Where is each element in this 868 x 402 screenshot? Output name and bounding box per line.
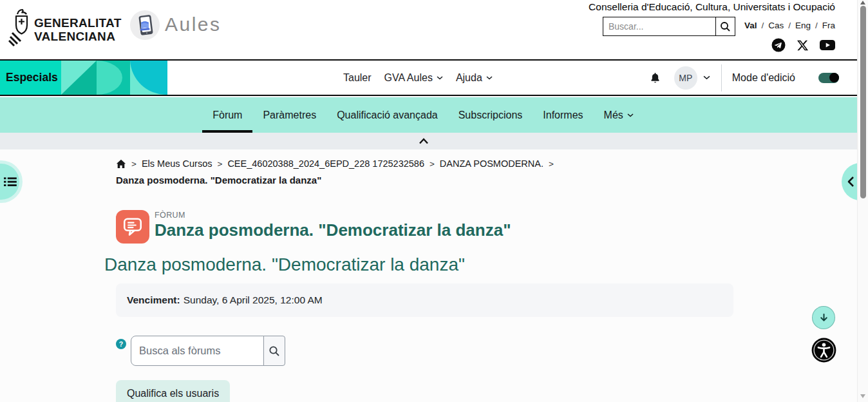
tab-informes-label: Informes <box>543 110 583 121</box>
gva-coat-of-arms-icon <box>8 8 34 48</box>
breadcrumb-section[interactable]: DANZA POSMODERNA. <box>440 158 543 169</box>
lang-separator: / <box>761 21 764 30</box>
chevron-left-icon <box>846 176 856 187</box>
aules-forum-page: GENERALITAT VALENCIANA Aules Conselleria… <box>0 0 868 402</box>
breadcrumb-separator: > <box>217 159 222 169</box>
due-date-box: Venciment: Sunday, 6 April 2025, 12:00 A… <box>116 283 733 317</box>
tab-qualificacio-avancada[interactable]: Qualificació avançada <box>326 97 448 133</box>
gva-logo-line1: GENERALITAT <box>34 16 122 30</box>
vertical-scrollbar[interactable] <box>857 0 868 402</box>
scrollbar-down-arrow[interactable] <box>860 394 865 398</box>
tab-parametres[interactable]: Paràmetres <box>252 97 326 133</box>
top-header: GENERALITAT VALENCIANA Aules Conselleria… <box>0 0 868 61</box>
breadcrumb-separator: > <box>549 159 554 169</box>
search-icon <box>269 345 280 357</box>
page-heading: Danza posmoderna. "Democratizar la danza… <box>104 254 465 275</box>
notifications-bell-icon[interactable] <box>649 72 661 84</box>
breadcrumb: > Els Meus Cursos > CEE_46020388_2024_6E… <box>116 158 737 186</box>
especials-banner[interactable]: Especials <box>0 61 167 95</box>
tab-subscripcions[interactable]: Subscripcions <box>448 97 533 133</box>
language-switcher: Val / Cas / Eng / Fra <box>744 21 835 30</box>
activity-tabbar: Fòrum Paràmetres Qualificació avançada S… <box>0 97 868 133</box>
tab-informes[interactable]: Informes <box>533 97 593 133</box>
lang-eng[interactable]: Eng <box>795 21 811 30</box>
social-links <box>771 38 835 52</box>
speech-bubble-icon <box>122 216 144 238</box>
edit-mode-toggle-knob <box>829 73 839 82</box>
course-index-list-icon <box>4 175 17 188</box>
due-date-value: Sunday, 6 April 2025, 12:00 AM <box>184 294 323 306</box>
tab-forum[interactable]: Fòrum <box>202 97 252 133</box>
nav-ajuda[interactable]: Ajuda <box>456 72 493 84</box>
nav-gva-aules-label: GVA Aules <box>384 72 433 84</box>
main-navbar: Especials Tauler GVA Aules Ajuda MP <box>0 61 868 96</box>
x-twitter-icon[interactable] <box>797 39 809 52</box>
scroll-down-button[interactable] <box>812 306 835 329</box>
nav-gva-aules[interactable]: GVA Aules <box>384 72 443 84</box>
lang-cas[interactable]: Cas <box>768 21 784 30</box>
home-icon[interactable] <box>116 159 126 169</box>
tab-mes-label: Més <box>604 110 623 121</box>
tab-subscripcions-label: Subscripcions <box>458 110 523 121</box>
navbar-divider <box>721 64 722 91</box>
due-date-label: Venciment: <box>127 294 180 306</box>
lang-fra[interactable]: Fra <box>822 21 835 30</box>
activity-type-label: FÒRUM <box>155 211 185 220</box>
nav-ajuda-label: Ajuda <box>456 72 482 84</box>
edit-mode-label: Mode d'edició <box>732 72 795 84</box>
breadcrumb-course[interactable]: CEE_46020388_2024_6EPD_228 1725232586 <box>227 158 424 169</box>
navbar-links: Tauler GVA Aules Ajuda <box>343 61 493 95</box>
aules-logo[interactable] <box>130 10 160 40</box>
gva-logo-text[interactable]: GENERALITAT VALENCIANA <box>34 16 122 43</box>
header-search-input[interactable] <box>603 17 716 36</box>
chevron-down-icon <box>437 76 443 80</box>
breadcrumb-separator: > <box>131 159 137 169</box>
help-icon[interactable]: ? <box>116 339 126 349</box>
scrollbar-up-arrow[interactable] <box>860 1 865 5</box>
arrow-down-icon <box>818 312 829 323</box>
lang-separator: / <box>788 21 791 30</box>
forum-activity-icon <box>116 210 149 244</box>
header-search <box>603 17 735 36</box>
activity-title: Danza posmoderna. "Democratizar la danza… <box>155 220 511 240</box>
forum-search-button[interactable] <box>263 336 285 366</box>
tab-mes[interactable]: Més <box>594 97 644 133</box>
aules-app-name: Aules <box>165 14 222 35</box>
telegram-icon[interactable] <box>771 38 786 52</box>
accessibility-person-icon <box>811 338 836 363</box>
navbar-right: MP Mode d'edició <box>649 61 839 95</box>
chevron-down-icon <box>486 76 493 80</box>
breadcrumb-separator: > <box>429 159 435 169</box>
scrollbar-thumb[interactable] <box>860 6 866 198</box>
user-menu-chevron-down-icon[interactable] <box>703 75 710 80</box>
chevron-up-icon <box>419 138 429 144</box>
grade-users-button[interactable]: Qualifica els usuaris <box>116 380 230 402</box>
accessibility-widget-button[interactable] <box>811 338 836 363</box>
gva-logo-line2: VALENCIANA <box>34 30 122 43</box>
breadcrumb-current: Danza posmoderna. "Democratizar la danza… <box>116 175 321 186</box>
nav-tauler-label: Tauler <box>343 72 372 84</box>
tab-parametres-label: Paràmetres <box>263 110 316 121</box>
forum-search-input[interactable] <box>131 336 264 366</box>
aules-tablet-icon <box>130 10 160 40</box>
chevron-down-icon <box>627 113 634 117</box>
page-content: > Els Meus Cursos > CEE_46020388_2024_6E… <box>0 149 868 402</box>
header-search-button[interactable] <box>716 17 735 36</box>
collapse-header-button[interactable] <box>414 134 433 148</box>
breadcrumb-els-meus-cursos[interactable]: Els Meus Cursos <box>142 158 212 169</box>
lang-val[interactable]: Val <box>744 21 757 30</box>
tab-qualificacio-label: Qualificació avançada <box>337 110 438 121</box>
youtube-icon[interactable] <box>820 39 835 51</box>
lang-separator: / <box>815 21 818 30</box>
nav-tauler[interactable]: Tauler <box>343 72 372 84</box>
especials-label: Especials <box>6 61 58 95</box>
edit-mode-toggle[interactable] <box>818 73 839 83</box>
header-collapse-strip <box>0 133 868 149</box>
search-icon <box>720 21 731 32</box>
tab-forum-label: Fòrum <box>212 110 242 121</box>
user-avatar[interactable]: MP <box>674 66 697 90</box>
org-name: Conselleria d'Educació, Cultura, Univers… <box>589 1 835 13</box>
